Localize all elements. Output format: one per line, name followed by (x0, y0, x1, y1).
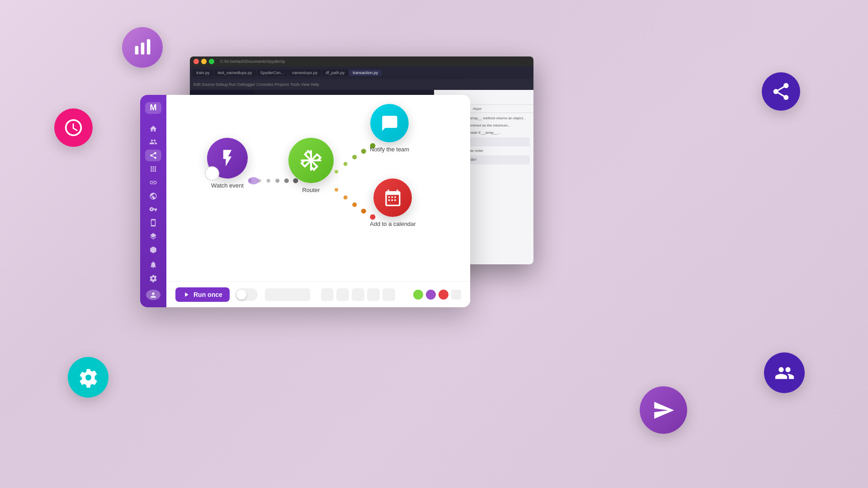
svg-point-15 (335, 188, 338, 192)
node-watch-circle (207, 138, 248, 178)
ide-doc-tab-type[interactable]: dtype (470, 105, 485, 113)
bar-chart-floating-icon (122, 27, 163, 68)
svg-rect-0 (135, 46, 138, 54)
toolbar-pill-4[interactable] (367, 288, 380, 301)
node-watch-event[interactable]: Watch event (207, 138, 248, 189)
svg-point-17 (352, 202, 357, 207)
svg-point-10 (335, 170, 338, 174)
sidebar-item-phone[interactable] (145, 217, 161, 229)
node-add-calendar[interactable]: Add to a calendar (370, 178, 416, 227)
sidebar-avatar[interactable] (146, 290, 160, 300)
ide-titlebar: C:\M.Gertach\Documents\SpyderSp (190, 56, 533, 66)
main-automation-window: M (140, 95, 470, 307)
ide-tabs: train.py test_namedtups.py SpyderCon... … (190, 66, 533, 79)
ide-toolbar-text: Edit Source Debug Run Debugger Consoles … (193, 82, 319, 87)
ide-toolbar: Edit Source Debug Run Debugger Consoles … (190, 79, 533, 90)
svg-point-3 (249, 179, 252, 183)
ide-tab-spy[interactable]: SpyderCon... (257, 70, 288, 76)
color-red[interactable] (439, 290, 448, 300)
sidebar-item-layers[interactable] (145, 230, 161, 242)
node-router[interactable]: Router (288, 138, 334, 193)
people-floating-icon (764, 352, 805, 393)
svg-point-16 (344, 196, 348, 200)
color-extra[interactable] (451, 290, 461, 300)
send-floating-icon (640, 386, 687, 434)
svg-point-5 (267, 179, 270, 183)
toolbar-pills (321, 288, 395, 301)
canvas-area: Watch event Router (166, 95, 470, 307)
sidebar-logo: M (145, 102, 161, 114)
toolbar-pill-1[interactable] (321, 288, 334, 301)
svg-point-12 (352, 155, 357, 160)
ide-min-dot (201, 59, 207, 64)
color-green[interactable] (413, 290, 423, 300)
workflow-canvas: Watch event Router (166, 95, 470, 280)
svg-rect-1 (141, 42, 144, 54)
svg-point-18 (361, 209, 366, 214)
ide-max-dot (209, 59, 214, 64)
sidebar-item-cube[interactable] (145, 244, 161, 256)
sidebar-item-key[interactable] (145, 203, 161, 215)
node-notify-team[interactable]: Notify the team (370, 104, 409, 153)
toolbar-pill-2[interactable] (336, 288, 349, 301)
ide-tab-transaction[interactable]: transaction.py (349, 70, 382, 76)
sidebar: M (140, 95, 166, 307)
node-calendar-label: Add to a calendar (370, 221, 416, 227)
node-router-circle (288, 138, 334, 183)
svg-point-11 (344, 162, 348, 166)
toolbar-colors (413, 290, 461, 300)
node-notify-circle (370, 104, 409, 142)
toolbar-pill-3[interactable] (352, 288, 364, 301)
ide-tab-train[interactable]: train.py (193, 70, 213, 76)
node-notify-label: Notify the team (370, 146, 409, 153)
svg-point-4 (258, 179, 261, 183)
clock-floating-icon (54, 108, 93, 147)
toggle-knob (236, 290, 246, 300)
svg-rect-2 (146, 39, 150, 54)
gear-floating-icon (68, 357, 108, 398)
sidebar-item-users[interactable] (145, 136, 161, 148)
color-purple[interactable] (426, 290, 436, 300)
sidebar-item-home[interactable] (145, 123, 161, 135)
sidebar-item-settings2[interactable] (145, 272, 161, 284)
svg-point-13 (361, 149, 366, 154)
node-router-label: Router (302, 187, 320, 193)
sidebar-item-globe[interactable] (145, 190, 161, 202)
sidebar-item-apps[interactable] (145, 163, 161, 175)
ide-tab-test[interactable]: test_namedtups.py (214, 70, 256, 76)
canvas-toolbar: Run once (166, 281, 470, 307)
node-calendar-circle (373, 178, 412, 217)
sidebar-item-link[interactable] (145, 177, 161, 188)
ide-tab-named[interactable]: namestups.py (288, 70, 321, 76)
svg-point-9 (248, 177, 259, 184)
run-once-label: Run once (193, 291, 222, 298)
toggle-track (246, 290, 256, 300)
sidebar-item-share[interactable] (145, 150, 161, 161)
share-floating-icon (762, 72, 800, 111)
ide-close-dot (193, 59, 199, 64)
toolbar-pill-5[interactable] (382, 288, 395, 301)
toolbar-toggle[interactable] (235, 288, 258, 301)
svg-point-6 (275, 178, 279, 183)
sidebar-item-bell[interactable] (145, 259, 161, 271)
ide-tab-df[interactable]: df_path.py (322, 70, 348, 76)
toolbar-input-1[interactable] (265, 288, 310, 301)
run-once-button[interactable]: Run once (175, 287, 230, 302)
node-watch-mini-clock (205, 166, 219, 181)
ide-path: C:\M.Gertach\Documents\SpyderSp (220, 59, 285, 64)
